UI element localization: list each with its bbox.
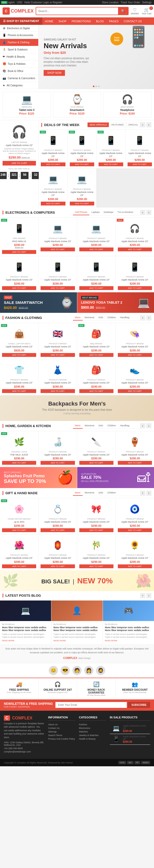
- gift-next-button[interactable]: ›: [146, 491, 151, 496]
- footer-cat-watches[interactable]: Watches: [79, 731, 106, 733]
- product-add-to-cart-button[interactable]: ADD TO CART: [2, 564, 36, 568]
- product-add-to-cart-button[interactable]: ADD TO CART: [2, 461, 36, 465]
- blog-read-more-3[interactable]: READ MORE: [105, 640, 117, 642]
- deals-tab-special[interactable]: SPECIAL: [126, 122, 140, 127]
- dept-books[interactable]: 📚 Book & Office: [0, 68, 38, 75]
- product-add-to-cart-button[interactable]: ADD TO CART: [2, 250, 36, 254]
- deals-tab-new[interactable]: NEW ARRIVALS: [87, 122, 109, 127]
- home-garden-prev-button[interactable]: ‹: [140, 423, 145, 428]
- product-add-to-cart-button[interactable]: ADD TO CART: [79, 286, 113, 290]
- nav-blog[interactable]: BLOG: [94, 18, 106, 25]
- footer-privacy-policy[interactable]: Privacy And Cookie Policy: [48, 738, 75, 740]
- newsletter-email-input[interactable]: [55, 702, 127, 708]
- currency-selector[interactable]: USD: [17, 1, 22, 4]
- deal-add-to-cart-button[interactable]: ADD TO CART: [3, 161, 36, 165]
- login-link[interactable]: Login or Register: [43, 1, 62, 4]
- nav-pages[interactable]: PAGES: [106, 18, 121, 25]
- dept-sport[interactable]: 🏃 Sport & Outdoors: [0, 46, 38, 53]
- footer-cat-electronics[interactable]: Electronics: [79, 727, 106, 730]
- product-add-to-cart-button[interactable]: ADD TO CART: [79, 389, 113, 393]
- blog-read-more-2[interactable]: READ MORE: [53, 640, 66, 642]
- fashion-next-button[interactable]: ›: [146, 315, 151, 320]
- tab-womens[interactable]: Womenst: [83, 315, 97, 320]
- deals-next-button[interactable]: ›: [146, 122, 151, 127]
- featured-smartwatch[interactable]: ⌚ XCAT BRAND Smartwatch Price: $120: [53, 92, 101, 117]
- product-add-to-cart-button[interactable]: ADD TO CART: [70, 202, 95, 206]
- product-add-to-cart-button[interactable]: ADD TO CART: [79, 564, 113, 568]
- hero-shop-now-button[interactable]: SHOP NOW: [44, 70, 65, 76]
- dept-cameras[interactable]: 📷 Cameras & Camcorders: [0, 75, 38, 82]
- nav-promotions[interactable]: PROMOTIONS: [69, 18, 94, 25]
- tab-tvs[interactable]: TVs & Monitors: [116, 210, 135, 215]
- dept-menu-button[interactable]: ☰ SHOP BY DEPARTMENT: [0, 18, 42, 25]
- tab-hg-mens[interactable]: Mens: [73, 423, 83, 429]
- home-garden-next-button[interactable]: ›: [146, 423, 151, 428]
- hero-dot-1[interactable]: [93, 86, 95, 87]
- product-add-to-cart-button[interactable]: ADD TO CART: [41, 353, 75, 357]
- tab-hg-girls[interactable]: Girls: [96, 423, 105, 429]
- product-add-to-cart-button[interactable]: ADD TO CART: [41, 461, 75, 465]
- electronics-prev-button[interactable]: ‹: [140, 210, 145, 215]
- nav-shop[interactable]: SHOP: [56, 18, 69, 25]
- product-add-to-cart-button[interactable]: ADD TO CART: [41, 286, 75, 290]
- product-add-to-cart-button[interactable]: ADD TO CART: [41, 202, 66, 206]
- product-add-to-cart-button[interactable]: ADD TO CART: [41, 389, 75, 393]
- product-add-to-cart-button[interactable]: ADD TO CART: [79, 461, 113, 465]
- tab-gift-womens[interactable]: Womenst: [83, 490, 97, 496]
- tab-children[interactable]: Children: [105, 315, 118, 320]
- blog-prev-button[interactable]: ‹: [140, 593, 145, 598]
- wishlist-icon[interactable]: ♡ Wishlist: [131, 7, 138, 15]
- tab-handbag[interactable]: Handbag: [118, 315, 131, 320]
- cart-icon[interactable]: 🛒 0 Your Cart: [142, 7, 151, 15]
- blog-next-button[interactable]: ›: [146, 593, 151, 598]
- footer-contact-us[interactable]: Contact Us: [48, 727, 75, 730]
- tab-hg-children[interactable]: Children: [105, 423, 118, 429]
- track-order[interactable]: Track Your Order: [121, 1, 140, 4]
- nav-home[interactable]: HOME: [42, 18, 56, 25]
- footer-cat-jewelry[interactable]: Jewelry & Watches: [79, 734, 106, 737]
- nav-contact[interactable]: CONTACT US: [121, 18, 145, 25]
- product-add-to-cart-button[interactable]: ADD TO CART: [2, 353, 36, 357]
- product-add-to-cart-button[interactable]: ADD TO CART: [118, 389, 152, 393]
- tab-cell-phones[interactable]: Cell Phones: [73, 210, 89, 215]
- product-add-to-cart-button[interactable]: ADD TO CART: [118, 528, 152, 532]
- dept-fashion[interactable]: 👗 Fashion & Clothing: [0, 39, 38, 46]
- product-add-to-cart-button[interactable]: ADD TO CART: [41, 247, 75, 251]
- product-add-to-cart-button[interactable]: ADD TO CART: [2, 286, 36, 290]
- tab-gift-children[interactable]: Children: [105, 490, 118, 496]
- tab-hg-handbag[interactable]: Handbag: [118, 423, 131, 429]
- footer-sitemap[interactable]: Sitemap: [48, 731, 75, 733]
- hero-dot-2[interactable]: [96, 86, 97, 87]
- product-add-to-cart-button[interactable]: ADD TO CART: [79, 353, 113, 357]
- store-location[interactable]: Store Location: [102, 1, 119, 4]
- search-button[interactable]: 🔍: [118, 7, 128, 14]
- tab-laptops[interactable]: Laptops: [89, 210, 102, 215]
- tab-mens[interactable]: Mens: [73, 315, 83, 320]
- dept-health[interactable]: ❤ Health & Beauty: [0, 53, 38, 60]
- tab-gift-girls[interactable]: Girls: [96, 490, 105, 496]
- product-add-to-cart-button[interactable]: ADD TO CART: [118, 461, 152, 465]
- featured-tablet[interactable]: 💻 SAMSUNG Tablet mini 3 Price: $125: [3, 92, 51, 117]
- electronics-next-button[interactable]: ›: [146, 210, 151, 215]
- footer-cat-fashion[interactable]: Fashion: [79, 723, 106, 726]
- product-add-to-cart-button[interactable]: ADD TO CART: [79, 528, 113, 532]
- product-add-to-cart-button[interactable]: ADD TO CART: [2, 528, 36, 532]
- featured-headphone[interactable]: 🎧 BEAT BRAND Headphone Price: $160: [103, 92, 151, 117]
- footer-search-terms[interactable]: Search Terms: [48, 734, 75, 737]
- product-add-to-cart-button[interactable]: ADD TO CART: [99, 162, 123, 166]
- dept-electronics[interactable]: 🖥 Electronics & Digital: [0, 25, 38, 32]
- tab-gift-mens[interactable]: Mens: [73, 490, 83, 496]
- product-add-to-cart-button[interactable]: ADD TO CART: [118, 247, 152, 251]
- product-add-to-cart-button[interactable]: ADD TO CART: [41, 162, 66, 166]
- deals-prev-button[interactable]: ‹: [140, 122, 145, 127]
- logo[interactable]: C COMPLEX: [3, 7, 34, 14]
- product-add-to-cart-button[interactable]: ADD TO CART: [2, 389, 36, 393]
- product-add-to-cart-button[interactable]: ADD TO CART: [41, 564, 75, 568]
- product-add-to-cart-button[interactable]: ADD TO CART: [118, 286, 152, 290]
- hero-dot-3[interactable]: [98, 86, 100, 87]
- tab-girls[interactable]: Girls: [96, 315, 105, 320]
- search-input[interactable]: [36, 7, 118, 14]
- product-add-to-cart-button[interactable]: ADD TO CART: [41, 528, 75, 532]
- newsletter-subscribe-button[interactable]: SUBSCRIBE: [128, 702, 150, 708]
- blog-read-more-1[interactable]: READ MORE: [2, 640, 15, 642]
